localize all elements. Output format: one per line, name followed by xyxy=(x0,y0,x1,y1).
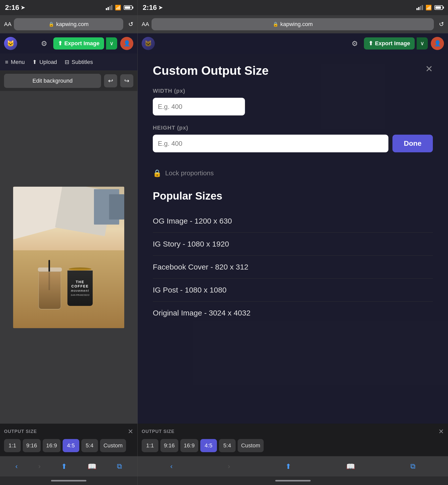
tabs-button-right[interactable]: ⧉ xyxy=(410,462,415,471)
output-size-close-right[interactable]: ✕ xyxy=(438,428,444,435)
redo-button[interactable]: ↪ xyxy=(120,74,133,87)
size-1-1-left[interactable]: 1:1 xyxy=(4,439,21,452)
upload-icon: ⬆ xyxy=(32,59,37,65)
url-text-left: kapwing.com xyxy=(56,21,88,28)
lock-icon-right: 🔒 xyxy=(273,21,278,27)
location-arrow-left: ➤ xyxy=(21,5,25,11)
edit-background-button[interactable]: Edit background xyxy=(4,74,101,88)
modal-header: Custom Output Size ✕ xyxy=(153,64,433,78)
battery-icon-left xyxy=(124,5,132,10)
refresh-icon-left[interactable]: ↺ xyxy=(128,21,133,28)
status-bar-left: 2:16 ➤ 📶 xyxy=(0,0,137,15)
share-button-right[interactable]: ⬆ xyxy=(285,462,291,471)
forward-button-right[interactable]: › xyxy=(228,462,230,470)
share-button-left[interactable]: ⬆ xyxy=(61,462,67,471)
size-ig-post[interactable]: IG Post - 1080 x 1080 xyxy=(153,279,433,302)
size-9-16-right[interactable]: 9:16 xyxy=(160,439,178,452)
export-button-right[interactable]: ⬆ Export Image xyxy=(364,37,415,50)
tabs-button-left[interactable]: ⧉ xyxy=(117,462,122,471)
menu-label: Menu xyxy=(11,59,25,65)
refresh-icon-right[interactable]: ↺ xyxy=(439,21,444,28)
wifi-icon-right: 📶 xyxy=(426,5,432,11)
browser-bar-left[interactable]: AA 🔒 kapwing.com ↺ xyxy=(0,15,137,33)
time-right: 2:16 ➤ xyxy=(143,4,163,12)
popular-sizes-title: Popular Sizes xyxy=(153,190,433,202)
size-9-16-left[interactable]: 9:16 xyxy=(23,439,41,452)
gear-button-left[interactable]: ⚙ xyxy=(38,37,50,50)
width-section: WIDTH (px) xyxy=(153,88,433,115)
gear-icon-left: ⚙ xyxy=(41,39,47,48)
custom-output-modal: Custom Output Size ✕ WIDTH (px) HEIGHT (… xyxy=(138,54,448,424)
time-left: 2:16 ➤ xyxy=(5,4,25,12)
signal-icon-left xyxy=(106,5,112,10)
book-button-left[interactable]: 📖 xyxy=(88,462,96,471)
height-input[interactable] xyxy=(153,135,388,152)
browser-url-right[interactable]: 🔒 kapwing.com xyxy=(152,18,434,30)
size-custom-right[interactable]: Custom xyxy=(238,439,264,452)
coffee-scene: THECOFFEEmovement SAN FRANCISCO xyxy=(13,187,124,328)
size-16-9-right[interactable]: 16:9 xyxy=(180,439,198,452)
editor-toolbar-left: Edit background ↩ ↪ xyxy=(0,71,137,91)
url-text-right: kapwing.com xyxy=(280,21,313,28)
size-options-left: 1:1 9:16 16:9 4:5 5:4 Custom xyxy=(4,439,133,452)
size-facebook-cover[interactable]: Facebook Cover - 820 x 312 xyxy=(153,256,433,279)
back-button-left[interactable]: ‹ xyxy=(15,462,18,470)
height-section: HEIGHT (px) Done xyxy=(153,125,433,152)
menu-icon: ≡ xyxy=(5,59,8,65)
undo-button[interactable]: ↩ xyxy=(104,74,117,87)
lock-proportions-label: Lock proportions xyxy=(165,169,214,177)
browser-aa-right[interactable]: AA xyxy=(142,21,149,28)
size-4-5-right[interactable]: 4:5 xyxy=(200,439,217,452)
canvas-image-left: THECOFFEEmovement SAN FRANCISCO xyxy=(13,187,124,328)
book-button-right[interactable]: 📖 xyxy=(346,462,355,471)
hot-coffee-cup: THECOFFEEmovement SAN FRANCISCO xyxy=(67,268,93,305)
subtitles-icon: ⊟ xyxy=(65,59,69,65)
modal-close-button[interactable]: ✕ xyxy=(425,64,433,74)
width-input[interactable] xyxy=(153,98,245,115)
size-options-right: 1:1 9:16 16:9 4:5 5:4 Custom xyxy=(142,439,444,452)
status-icons-right: 📶 xyxy=(416,5,443,11)
output-size-label-left: OUTPUT SIZE xyxy=(4,429,37,434)
forward-button-left[interactable]: › xyxy=(38,462,41,470)
size-16-9-left[interactable]: 16:9 xyxy=(43,439,61,452)
user-avatar-right: 👤 xyxy=(431,37,444,50)
size-ig-story[interactable]: IG Story - 1080 x 1920 xyxy=(153,233,433,256)
battery-icon-right xyxy=(434,5,443,10)
right-panel: 2:16 ➤ 📶 AA 🔒 kapwing.com ↺ 🐱 ⚙ xyxy=(138,0,448,485)
safari-bar-right: ‹ › ⬆ 📖 ⧉ xyxy=(138,456,448,476)
size-5-4-right[interactable]: 5:4 xyxy=(219,439,236,452)
modal-title: Custom Output Size xyxy=(153,64,269,78)
browser-aa-left[interactable]: AA xyxy=(4,21,11,28)
popular-sizes-section: Popular Sizes OG Image - 1200 x 630 IG S… xyxy=(153,190,433,414)
menu-item[interactable]: ≡ Menu xyxy=(5,59,25,65)
gear-button-right[interactable]: ⚙ xyxy=(349,37,361,50)
size-original-image[interactable]: Original Image - 3024 x 4032 xyxy=(153,302,433,324)
done-button[interactable]: Done xyxy=(392,135,433,152)
size-5-4-left[interactable]: 5:4 xyxy=(81,439,98,452)
iced-coffee-cup xyxy=(38,268,61,308)
browser-url-left[interactable]: 🔒 kapwing.com xyxy=(14,18,123,30)
location-arrow-right: ➤ xyxy=(158,5,163,11)
export-chevron-left[interactable]: ∨ xyxy=(106,37,117,50)
upload-item[interactable]: ⬆ Upload xyxy=(32,59,57,65)
size-og-image[interactable]: OG Image - 1200 x 630 xyxy=(153,210,433,233)
size-4-5-left[interactable]: 4:5 xyxy=(63,439,79,452)
status-icons-left: 📶 xyxy=(106,5,132,11)
output-size-close-left[interactable]: ✕ xyxy=(128,428,133,435)
home-indicator-right xyxy=(138,476,448,485)
size-1-1-right[interactable]: 1:1 xyxy=(142,439,158,452)
export-button-left[interactable]: ⬆ Export Image xyxy=(53,37,104,50)
lock-proportions[interactable]: 🔒 Lock proportions xyxy=(153,169,433,177)
browser-bar-right[interactable]: AA 🔒 kapwing.com ↺ xyxy=(138,15,448,33)
back-button-right[interactable]: ‹ xyxy=(170,462,172,470)
size-custom-left[interactable]: Custom xyxy=(100,439,126,452)
subtitles-item[interactable]: ⊟ Subtitles xyxy=(65,59,93,65)
height-label: HEIGHT (px) xyxy=(153,125,433,131)
user-avatar-left: 👤 xyxy=(120,37,133,50)
width-label: WIDTH (px) xyxy=(153,88,433,94)
app-header-left: 🐱 ⚙ ⬆ Export Image ∨ 👤 xyxy=(0,33,137,54)
export-chevron-right[interactable]: ∨ xyxy=(417,37,428,50)
avatar-right: 🐱 xyxy=(142,37,155,50)
avatar-left: 🐱 xyxy=(4,37,17,50)
wifi-icon-left: 📶 xyxy=(115,5,121,11)
